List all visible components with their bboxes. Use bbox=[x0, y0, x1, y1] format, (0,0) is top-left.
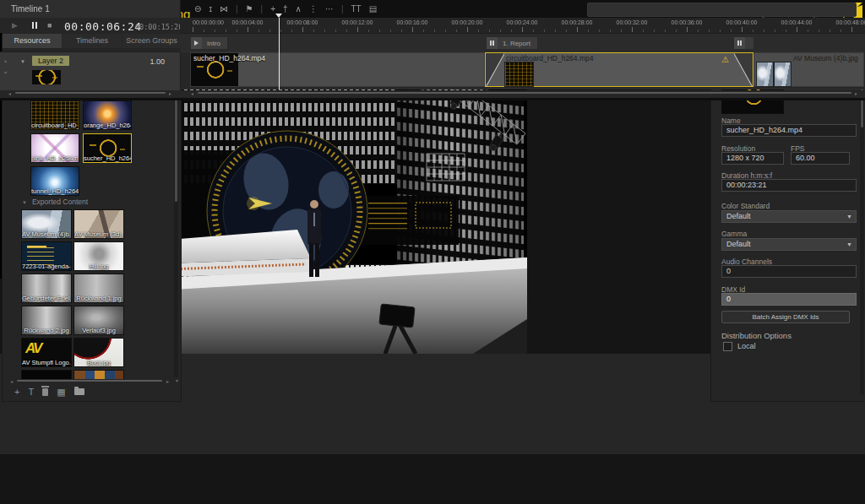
ruler-major-tick bbox=[248, 27, 248, 32]
flag-icon[interactable]: ⚑ bbox=[246, 4, 253, 14]
left-scrollbar[interactable] bbox=[174, 72, 178, 377]
play-button[interactable]: ▶ bbox=[12, 21, 18, 30]
gamma-select[interactable]: Default ▼ bbox=[721, 238, 857, 251]
ruler-minor-tick bbox=[533, 30, 534, 32]
track-filter-icon[interactable]: TT bbox=[351, 4, 361, 14]
color-standard-label: Color Standard bbox=[721, 202, 770, 210]
ruler-minor-tick bbox=[226, 30, 226, 32]
add-resource-icon[interactable]: + bbox=[14, 387, 19, 397]
resource-thumb-hill-jpg[interactable]: Hill.jpg bbox=[73, 241, 124, 271]
marker-pin-icon[interactable]: † bbox=[283, 4, 288, 14]
ruler-minor-tick bbox=[346, 30, 347, 32]
stop-button[interactable]: ■ bbox=[47, 21, 52, 30]
resource-thumb-logo[interactable]: PIXERA bbox=[21, 370, 72, 379]
add-icon[interactable]: + bbox=[270, 4, 275, 14]
resource-thumb-sucher-hd-h264-[interactable]: sucher_HD_h264.. bbox=[83, 133, 132, 163]
audio-channels-field[interactable]: 0 bbox=[721, 265, 857, 278]
scroll-left-icon[interactable]: ◂ bbox=[10, 378, 13, 384]
resource-thumb-7223-01-agenda-[interactable]: 7223-01-agenda-.. bbox=[21, 241, 72, 271]
resource-thumb-verlauf3-jpg[interactable]: Verlauf3.jpg bbox=[73, 306, 124, 335]
timeline-title[interactable]: Timeline 1 bbox=[11, 4, 50, 14]
marker-intro[interactable]: Intro bbox=[190, 36, 228, 50]
batch-assign-dmx-button[interactable]: Batch Assign DMX Ids bbox=[721, 311, 850, 323]
marker-label: 1. Report bbox=[498, 40, 537, 47]
resource-thumb-geb-rsteter-edel-[interactable]: Gebürsteter Edel.. bbox=[21, 274, 72, 303]
clip-thumbnail bbox=[756, 62, 774, 87]
ruler-minor-tick bbox=[237, 30, 237, 32]
marker-1-report[interactable]: 1. Report bbox=[486, 36, 538, 50]
resource-thumb-orange-hd-h264-[interactable]: orange_HD_h264.. bbox=[83, 100, 132, 130]
name-field[interactable]: sucher_HD_h264.mp4 bbox=[721, 124, 857, 137]
chevron-down-icon[interactable]: ▼ bbox=[20, 59, 25, 64]
layer-opacity-value[interactable]: 1.00 bbox=[150, 57, 165, 66]
resource-thumb-tunnel-hd-h264-[interactable]: tunnel_HD_h264.. bbox=[30, 166, 79, 196]
marker-unnamed[interactable] bbox=[733, 36, 754, 50]
ruler-minor-tick bbox=[731, 30, 732, 32]
duration-field[interactable]: 00:00:23:21 bbox=[721, 179, 857, 192]
scroll-right-icon[interactable]: ▸ bbox=[166, 378, 169, 384]
clip-av-museum-4-b-jpg[interactable]: AV Museum (4)b.jpg bbox=[753, 52, 864, 87]
av-logo-text: AV bbox=[25, 340, 41, 357]
layer-name-chip[interactable]: Layer 2 bbox=[32, 56, 69, 66]
playhead-handle[interactable] bbox=[275, 14, 282, 18]
resolution-field[interactable]: 1280 x 720 bbox=[721, 152, 784, 165]
lane-scroll-left-icon[interactable]: ◂ bbox=[191, 90, 193, 96]
more-vertical-icon[interactable]: ⋮ bbox=[309, 4, 318, 14]
resource-thumb-av-stumpfl-logo-[interactable]: AVAV Stumpfl Logo.. bbox=[21, 338, 72, 367]
lane-h-scrollbar[interactable] bbox=[198, 92, 851, 94]
bottom-strip bbox=[0, 98, 865, 100]
fps-field[interactable]: 60.00 bbox=[791, 152, 850, 165]
grid-view-icon[interactable]: ▦ bbox=[57, 387, 65, 398]
color-standard-select[interactable]: Default ▼ bbox=[721, 210, 857, 223]
resource-thumb-logo[interactable] bbox=[73, 370, 124, 379]
scroll-down-icon[interactable]: ▾ bbox=[176, 377, 178, 383]
more-horizontal-icon[interactable]: ⋯ bbox=[325, 4, 334, 14]
resource-thumb-pink-hd-h264-mp[interactable]: pink_HD_h264.mp bbox=[30, 133, 79, 163]
sep2: | bbox=[261, 4, 264, 14]
scroll-left-icon[interactable]: ◂ bbox=[8, 90, 11, 96]
track-h-scrollbar[interactable] bbox=[15, 92, 166, 94]
tab-resources[interactable]: Resources bbox=[3, 34, 62, 48]
fade-in-handle[interactable] bbox=[486, 53, 504, 86]
tab-timelines[interactable]: Timelines bbox=[63, 34, 122, 48]
h-scrollbar[interactable] bbox=[17, 380, 162, 382]
resource-thumb-av-museum-4-b-[interactable]: AV Museum (4)b.. bbox=[21, 209, 72, 239]
resource-thumb-boot-jpg[interactable]: Boot.jpg bbox=[73, 338, 124, 367]
ruler-minor-tick bbox=[819, 30, 819, 32]
resource-thumb-circuitboard-hd-[interactable]: circuitboard_HD_.. bbox=[30, 100, 79, 130]
ruler-minor-tick bbox=[720, 30, 721, 32]
resource-thumb-r-ckwand-1-jpg[interactable]: Rückwand 1.jpg bbox=[73, 274, 124, 303]
ripple-icon[interactable]: ⋈ bbox=[220, 4, 228, 14]
layer-thumbnail bbox=[32, 70, 61, 84]
clip-circuitboard-hd-h264-mp4[interactable]: circuitboard_HD_h264.mp4⚠ bbox=[485, 52, 753, 87]
delete-resource-icon[interactable] bbox=[42, 388, 48, 396]
scroll-right-icon[interactable]: ▸ bbox=[169, 90, 171, 96]
tool-icon[interactable]: ▤ bbox=[369, 4, 377, 14]
folder-icon[interactable] bbox=[74, 388, 84, 395]
tab-screen-groups[interactable]: Screen Groups bbox=[122, 34, 181, 48]
right-scrollbar[interactable] bbox=[860, 50, 864, 394]
timeline-ruler[interactable]: 00:00:00:0000:00:04:0000:00:08:0000:00:1… bbox=[180, 18, 865, 33]
resource-thumb-r-ckwand-2-jpg[interactable]: Rückwand 2.jpg bbox=[21, 306, 72, 335]
zoom-out-icon[interactable]: ⊖ bbox=[194, 4, 201, 14]
dmx-id-field[interactable]: 0 bbox=[721, 293, 857, 306]
local-checkbox[interactable] bbox=[723, 342, 732, 351]
chevron-down-icon[interactable]: ▼ bbox=[22, 200, 27, 205]
ruler-label: 00:00:44:00 bbox=[781, 19, 813, 25]
pause-button[interactable] bbox=[32, 22, 34, 29]
playhead[interactable] bbox=[279, 18, 280, 89]
lane-scroll-right-icon[interactable]: ▸ bbox=[855, 90, 857, 96]
fade-out-handle[interactable] bbox=[734, 53, 753, 86]
resource-thumb-av-museum-3d-[interactable]: AV Museum (3d).. bbox=[73, 209, 124, 239]
keyframe-icon[interactable]: ∧ bbox=[296, 4, 302, 14]
timeline-lane[interactable]: sucher_HD_h264.mp4circuitboard_HD_h264.m… bbox=[181, 52, 865, 89]
timecode-out: 00:00:15:20 bbox=[135, 23, 182, 31]
thumb-label: pink_HD_h264.mp bbox=[31, 154, 79, 162]
trim-icon[interactable]: ɪ bbox=[209, 4, 212, 14]
add-text-icon[interactable]: T bbox=[28, 387, 34, 397]
ruler-minor-tick bbox=[390, 30, 391, 32]
track-down-icon[interactable]: ▾ bbox=[4, 69, 7, 75]
clip-sucher-hd-h264-mp4[interactable]: sucher_HD_h264.mp4 bbox=[190, 52, 485, 87]
tree-exported-content[interactable]: ▼Exported Content bbox=[22, 198, 88, 206]
track-up-icon[interactable]: ▴ bbox=[4, 57, 7, 63]
